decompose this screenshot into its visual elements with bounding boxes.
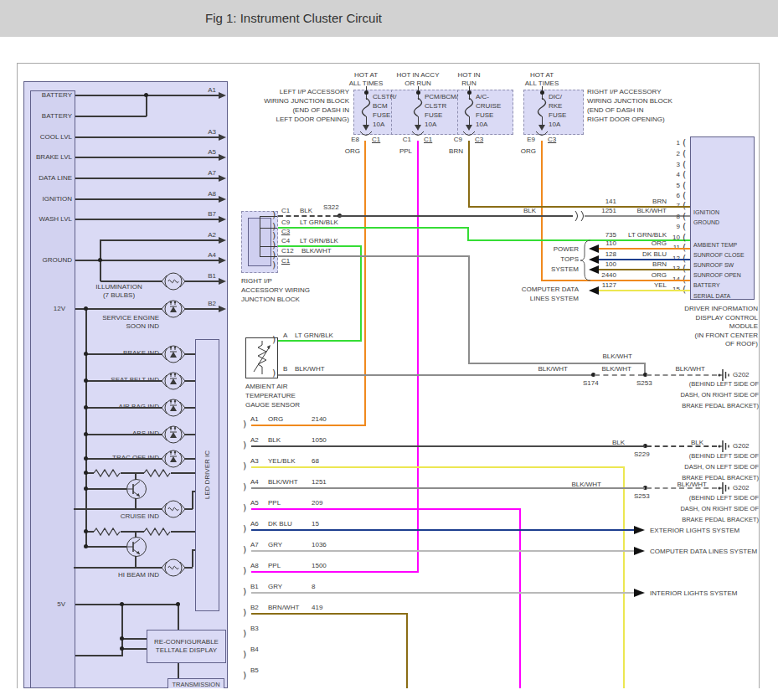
cluster-label: IGNITION [32,195,72,203]
wire-segment [86,488,126,490]
circuit-number: 1500 [312,562,327,570]
connector-arc-icon: ) [272,368,276,378]
wire-color-label: ORG [623,239,667,248]
connector-arc-icon: ) [243,587,246,596]
transmission-label: TRANSMISSION [168,681,224,688]
exterior-lights-label: EXTERIOR LIGHTS SYSTEM [650,527,739,535]
wire-brnwht [251,613,408,615]
pin-id: A8 [250,562,259,570]
pin-id: A1 [250,415,259,424]
wire-brn [599,269,690,270]
connector-arc-icon: ) [243,545,246,554]
pin-id: B1 [250,583,259,591]
wiring-diagram: Fig 1: Instrument Cluster Circuit BATTER… [0,0,778,700]
wire-color-label: ORG [268,415,283,424]
wire-segment [135,556,137,568]
connector-arc-icon: ( [683,222,686,231]
wire-yel [251,466,625,468]
wire-segment [192,549,193,567]
connector-arc-icon: ) [243,482,246,492]
connector-arc-icon: ( [683,160,686,169]
wire-color-label: BRN [434,147,463,156]
module-pin-label: SERIAL DATA [693,292,730,300]
cluster-label: BRAKE LVL [32,153,72,162]
wire-blkwht [468,255,470,364]
circuit-number: 1127 [576,281,616,290]
circuit-number: 735 [576,231,616,239]
wire-blkwht-dashed [647,374,717,376]
resistor-icon [143,469,172,477]
connector-arc-icon: ) [243,671,246,680]
fuse-name: PCM/BCM/ CLSTR FUSE 10A [425,92,458,129]
wire-segment [260,216,260,257]
pin-id: A3 [250,457,259,466]
junction-pin: C9 [281,219,290,227]
pin-arrow [219,216,226,223]
fuse-icon [413,98,423,116]
connector-arc-icon [359,131,373,138]
wire-brn [468,141,470,208]
pin-id: B2 [250,604,259,612]
cluster-label: WASH LVL [32,215,72,224]
wire-gry [251,592,635,594]
wire-blkwht [278,374,595,376]
wire-green [467,227,469,240]
wire-color-label: BLK [268,436,281,445]
pin-id: A2 [250,436,259,445]
wire-segment [146,95,147,116]
fuse-name: DIC/ RKE FUSE 10A [549,92,566,129]
wire-segment [75,219,219,220]
resistor-icon [143,528,172,536]
wire-segment [75,136,219,138]
circuit-number: 1036 [312,541,327,549]
connector-arc-icon: ( [683,212,686,221]
illumination-label: ILLUMINATION (7 BULBS) [82,283,156,300]
hot-label: HOT IN RUN [435,71,502,88]
mid-junction-block-label: RIGHT I/P ACCESSORY WIRING JUNCTION BLOC… [241,276,310,304]
wire-ppl [251,508,521,510]
connector-arc-icon: ) [243,419,246,429]
circuit-number: 2140 [312,415,327,424]
junction-dot [540,90,544,95]
junction-dot [120,602,124,606]
connector-arc-icon: ) [243,566,246,575]
fuse-name: CLSTR/ BCM FUSE 10A [373,92,396,129]
wire-blk [338,215,573,217]
wire-brnwht [406,613,408,688]
pin-id: A5 [196,148,216,157]
wire-color-label: BLK/WHT [667,365,705,373]
wire-color-label: BLK/WHT [268,478,298,486]
pin-id: B4 [250,646,259,654]
connector-arc-icon [411,131,425,138]
wire-color-label: BLK/WHT [528,365,568,373]
wire-color-label: PPL [268,562,281,570]
wire-green [360,245,362,342]
circuit-number: 1251 [312,478,327,486]
pin-id: A8 [196,190,216,198]
wire-segment [100,281,162,282]
indicator-label: ABS IND [84,430,159,438]
wire-org [599,248,690,250]
pin-arrow [219,92,226,99]
wire-color-label: PPL [383,147,412,156]
connector-arc-icon: ( [683,233,686,242]
indicator-label: BRAKE IND [84,349,159,358]
pin-id: B2 [196,300,216,308]
fuse-pin: C1 [424,136,441,144]
junction-dot [144,93,148,97]
circuit-number: 1251 [576,207,616,215]
interior-lights-label: INTERIOR LIGHTS SYSTEM [650,589,737,598]
wire-segment [75,178,219,179]
wire-segment [75,604,179,605]
fuse-arrow [538,125,545,131]
junction-pin: C1 [281,257,290,265]
wire-color-label: LT GRN/BLK [615,231,667,239]
wire-yel [623,466,625,688]
junction-dot [176,602,180,606]
bulb-icon [161,557,186,579]
connector-arc-icon: ) [272,250,276,260]
ground-note: (BEHIND LEFT SIDE OF DASH, ON LEFT SIDE … [628,450,759,483]
ground-note: (BEHIND LEFT SIDE OF DASH, ON RIGHT SIDE… [628,378,759,411]
module-pin-number: 1 [668,139,680,147]
pin-id: A3 [196,128,216,136]
